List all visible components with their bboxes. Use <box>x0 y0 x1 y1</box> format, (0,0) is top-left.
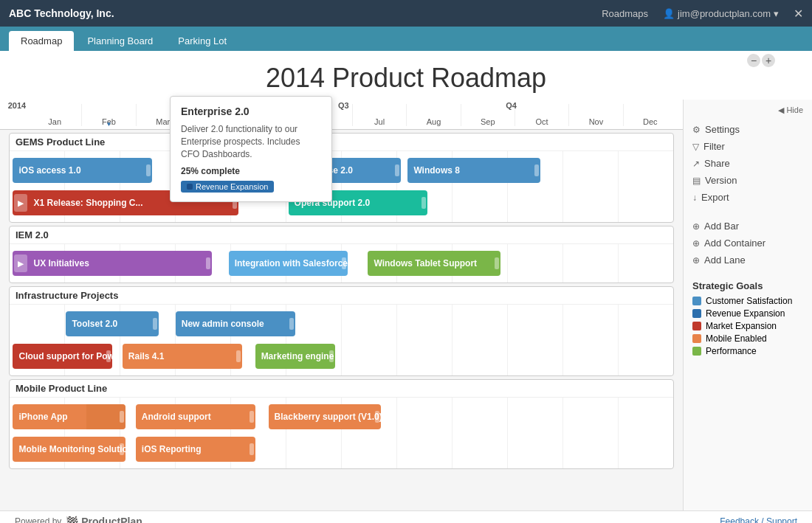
resize-handle[interactable] <box>106 350 111 362</box>
resize-handle[interactable] <box>120 443 124 455</box>
month-feb: Feb ▼ <box>82 104 136 126</box>
resize-handle[interactable] <box>495 257 499 269</box>
resize-handle[interactable] <box>250 411 254 423</box>
add-lane-button[interactable]: ⊕ Add Lane <box>692 252 803 269</box>
legend-label-revenue: Revenue Expansion <box>706 308 785 319</box>
footer-brand: Powered by 🏁 ProductPlan <box>15 516 142 524</box>
section-infra-body: Toolset 2.0 New admin console Cloud supp… <box>10 305 673 375</box>
bar-marketing-engine[interactable]: Marketing engine 2.0 <box>255 344 335 369</box>
user-menu[interactable]: 👤 jim@productplan.com ▾ <box>663 8 779 19</box>
resize-handle[interactable] <box>395 164 399 176</box>
add-bar-label: Add Bar <box>704 221 739 232</box>
legend-label-performance: Performance <box>706 346 757 356</box>
resize-handle[interactable] <box>534 164 539 176</box>
legend-dot-customer <box>692 297 701 305</box>
filter-icon: ▽ <box>692 142 699 152</box>
bar-cloud-support[interactable]: Cloud support for PowerLink <box>13 344 112 369</box>
tooltip-description: Deliver 2.0 functionality to our Enterpr… <box>181 123 321 160</box>
bar-rails[interactable]: Rails 4.1 <box>123 344 242 369</box>
plus-icon: ⊕ <box>692 255 700 266</box>
sidebar-legend: Strategic Goals Customer Satisfaction Re… <box>692 280 803 356</box>
resize-handle[interactable] <box>289 318 294 330</box>
bar-salesforce[interactable]: Integration with Salesforce <box>229 251 348 276</box>
bar-iphone-app[interactable]: iPhone App <box>13 404 125 429</box>
gems-row-1: iOS access 1.0 Enterprise 2.0 Windows 8 <box>10 154 673 187</box>
resize-handle[interactable] <box>146 164 151 176</box>
sidebar-tools: ⚙ Settings ▽ Filter ↗ Share ▤ Version ↓ … <box>692 121 803 206</box>
mobile-row-2: Mobile Monitoring Solution iOS Reporting <box>10 433 673 465</box>
bar-android-support[interactable]: Android support <box>136 404 255 429</box>
sidebar-version[interactable]: ▤ Version <box>692 172 803 189</box>
iem-row-1: ▶ UX Initiatives Integration with Salesf… <box>10 247 673 280</box>
zoom-in-button[interactable]: + <box>762 54 775 67</box>
add-bar-button[interactable]: ⊕ Add Bar <box>692 218 803 235</box>
zoom-out-button[interactable]: − <box>747 54 760 67</box>
tab-parking-lot[interactable]: Parking Lot <box>166 31 238 51</box>
bar-windows-tablet[interactable]: Windows Tablet Support <box>368 251 500 276</box>
feedback-link[interactable]: Feedback / Support <box>720 516 797 524</box>
version-label: Version <box>705 175 737 186</box>
month-jul: Jul <box>353 104 407 126</box>
legend-label-mobile: Mobile Enabled <box>706 333 767 344</box>
resize-handle[interactable] <box>120 411 124 423</box>
legend-dot-revenue <box>692 309 701 318</box>
bar-mobile-monitoring[interactable]: Mobile Monitoring Solution <box>13 437 125 462</box>
infra-row-1: Toolset 2.0 New admin console <box>10 308 673 340</box>
bar-admin-console[interactable]: New admin console <box>176 311 295 336</box>
company-name: ABC Technology, Inc. <box>9 7 114 19</box>
section-gems: GEMS Product Line iOS access 1. <box>9 133 674 223</box>
q3-label: Q3 <box>338 101 349 110</box>
section-mobile: Mobile Product Line iPhone App <box>9 379 674 469</box>
sidebar-export[interactable]: ↓ Export <box>692 189 803 206</box>
sidebar-share[interactable]: ↗ Share <box>692 155 803 172</box>
month-oct: Oct <box>515 104 569 126</box>
section-iem-title: IEM 2.0 <box>10 226 673 244</box>
bar-ios-access[interactable]: iOS access 1.0 <box>13 158 152 183</box>
legend-performance: Performance <box>692 346 803 356</box>
content-area: 2014 Q2 Q3 Q4 Jan Feb ▼ Mar Apr May <box>0 100 683 510</box>
resize-handle[interactable] <box>236 350 241 362</box>
plus-icon: ⊕ <box>692 238 700 249</box>
close-icon[interactable]: ✕ <box>794 7 803 21</box>
brand-name: 🏁 ProductPlan <box>66 516 142 524</box>
resize-handle[interactable] <box>329 350 334 362</box>
section-gems-body: iOS access 1.0 Enterprise 2.0 Windows 8 <box>10 151 673 222</box>
resize-handle[interactable] <box>375 411 379 423</box>
hide-button[interactable]: ◀ Hide <box>692 105 803 115</box>
bar-ux-initiatives[interactable]: ▶ UX Initiatives <box>13 251 212 276</box>
tooltip-tag: Revenue Expansion <box>181 181 274 193</box>
resize-handle[interactable] <box>250 443 254 455</box>
expand-icon[interactable]: ▶ <box>14 194 27 212</box>
roadmaps-link[interactable]: Roadmaps <box>602 8 648 19</box>
sidebar-add-items: ⊕ Add Bar ⊕ Add Container ⊕ Add Lane <box>692 218 803 269</box>
export-icon: ↓ <box>692 193 697 203</box>
bar-toolset[interactable]: Toolset 2.0 <box>66 311 159 336</box>
bar-windows-8[interactable]: Windows 8 <box>407 158 540 183</box>
top-bar-right: Roadmaps 👤 jim@productplan.com ▾ ✕ <box>602 7 803 21</box>
plus-icon: ⊕ <box>692 221 700 232</box>
section-gems-title: GEMS Product Line <box>10 134 673 151</box>
expand-icon[interactable]: ▶ <box>14 254 27 272</box>
legend-customer-satisfaction: Customer Satisfaction <box>692 296 803 306</box>
bar-blackberry[interactable]: Blackberry support (V1.0) <box>269 404 382 429</box>
infra-row-2: Cloud support for PowerLink Rails 4.1 Ma… <box>10 340 673 373</box>
resize-handle[interactable] <box>342 257 346 269</box>
add-lane-label: Add Lane <box>704 254 746 266</box>
main-layout: 2014 Q2 Q3 Q4 Jan Feb ▼ Mar Apr May <box>0 100 812 510</box>
chevron-down-icon: ▾ <box>774 8 779 19</box>
resize-handle[interactable] <box>153 318 157 330</box>
tab-planning-board[interactable]: Planning Board <box>75 31 165 51</box>
resize-handle[interactable] <box>206 257 210 269</box>
sidebar-filter[interactable]: ▽ Filter <box>692 138 803 155</box>
legend-revenue-expansion: Revenue Expansion <box>692 308 803 319</box>
resize-handle[interactable] <box>422 197 426 209</box>
tooltip-progress: 25% complete <box>181 166 321 176</box>
footer: Powered by 🏁 ProductPlan Feedback / Supp… <box>0 510 812 523</box>
section-infra: Infrastructure Projects Toolset 2.0 <box>9 286 674 376</box>
sidebar-settings[interactable]: ⚙ Settings <box>692 121 803 138</box>
tab-roadmap[interactable]: Roadmap <box>9 31 74 51</box>
legend-dot-mobile <box>692 334 701 343</box>
bar-ios-reporting[interactable]: iOS Reporting <box>136 437 255 462</box>
tooltip-title: Enterprise 2.0 <box>181 105 321 117</box>
add-container-button[interactable]: ⊕ Add Container <box>692 235 803 252</box>
